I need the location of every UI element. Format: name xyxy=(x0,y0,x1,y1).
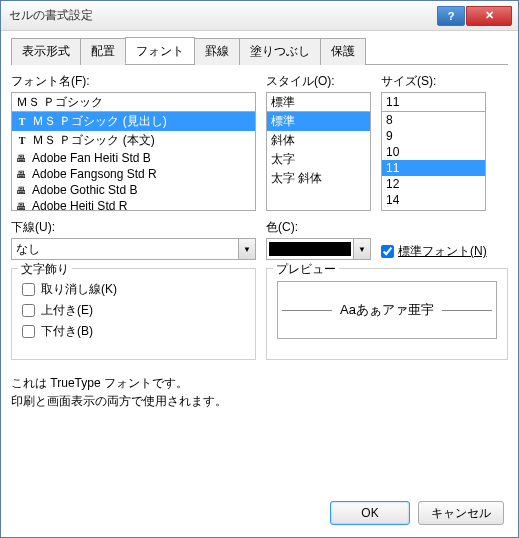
printer-font-icon: 🖶 xyxy=(16,185,28,196)
style-list[interactable]: 標準斜体太字太字 斜体 xyxy=(266,111,371,211)
standard-font-checkbox[interactable] xyxy=(381,245,394,258)
ok-button[interactable]: OK xyxy=(330,501,410,525)
list-item[interactable]: TＭＳ Ｐゴシック (見出し) xyxy=(12,112,255,131)
subscript-label: 下付き(B) xyxy=(41,323,93,340)
list-item[interactable]: 標準 xyxy=(267,112,370,131)
list-item[interactable]: 太字 斜体 xyxy=(267,169,370,188)
decoration-title: 文字飾り xyxy=(18,261,72,278)
preview-group: プレビュー Aaあぁアァ亜宇 xyxy=(266,268,508,360)
list-item[interactable]: 🖶Adobe Fangsong Std R xyxy=(12,166,255,182)
underline-combo[interactable]: なし ▼ xyxy=(11,238,256,260)
printer-font-icon: 🖶 xyxy=(16,153,28,164)
printer-font-icon: 🖶 xyxy=(16,169,28,180)
color-label: 色(C): xyxy=(266,219,371,236)
standard-font-label: 標準フォント(N) xyxy=(398,243,487,260)
preview-title: プレビュー xyxy=(273,261,339,278)
size-label: サイズ(S): xyxy=(381,73,486,90)
size-list[interactable]: 8910111214 xyxy=(381,111,486,211)
tab-0[interactable]: 表示形式 xyxy=(11,38,81,65)
list-item[interactable]: 9 xyxy=(382,128,485,144)
strikethrough-checkbox[interactable] xyxy=(22,283,35,296)
preview-box: Aaあぁアァ亜宇 xyxy=(277,281,497,339)
chevron-down-icon: ▼ xyxy=(238,239,255,259)
list-item[interactable]: 太字 xyxy=(267,150,370,169)
help-button[interactable]: ? xyxy=(437,6,465,26)
list-item[interactable]: 🖶Adobe Gothic Std B xyxy=(12,182,255,198)
size-input[interactable] xyxy=(381,92,486,112)
color-swatch xyxy=(269,242,351,256)
list-item[interactable]: 🖶Adobe Heiti Std R xyxy=(12,198,255,211)
list-item[interactable]: 8 xyxy=(382,112,485,128)
cancel-button[interactable]: キャンセル xyxy=(418,501,504,525)
style-label: スタイル(O): xyxy=(266,73,371,90)
truetype-icon: T xyxy=(16,135,28,146)
list-item[interactable]: 🖶Adobe Fan Heiti Std B xyxy=(12,150,255,166)
titlebar: セルの書式設定 ? ✕ xyxy=(1,1,518,31)
underline-label: 下線(U): xyxy=(11,219,256,236)
tab-2[interactable]: フォント xyxy=(125,37,195,64)
strikethrough-label: 取り消し線(K) xyxy=(41,281,117,298)
tab-1[interactable]: 配置 xyxy=(80,38,126,65)
chevron-down-icon: ▼ xyxy=(353,239,370,259)
style-input[interactable] xyxy=(266,92,371,112)
list-item[interactable]: 斜体 xyxy=(267,131,370,150)
tab-4[interactable]: 塗りつぶし xyxy=(239,38,321,65)
superscript-checkbox[interactable] xyxy=(22,304,35,317)
font-label: フォント名(F): xyxy=(11,73,256,90)
tab-3[interactable]: 罫線 xyxy=(194,38,240,65)
list-item[interactable]: TＭＳ Ｐゴシック (本文) xyxy=(12,131,255,150)
decoration-group: 文字飾り 取り消し線(K) 上付き(E) 下付き(B) xyxy=(11,268,256,360)
window-title: セルの書式設定 xyxy=(9,7,437,24)
printer-font-icon: 🖶 xyxy=(16,201,28,212)
truetype-icon: T xyxy=(16,116,28,127)
preview-text: Aaあぁアァ亜宇 xyxy=(336,301,438,319)
font-list[interactable]: TＭＳ Ｐゴシック (見出し)TＭＳ Ｐゴシック (本文)🖶Adobe Fan … xyxy=(11,111,256,211)
close-button[interactable]: ✕ xyxy=(466,6,512,26)
format-cells-dialog: セルの書式設定 ? ✕ 表示形式配置フォント罫線塗りつぶし保護 フォント名(F)… xyxy=(0,0,519,538)
tab-strip: 表示形式配置フォント罫線塗りつぶし保護 xyxy=(11,37,508,65)
underline-value: なし xyxy=(12,239,238,260)
list-item[interactable]: 12 xyxy=(382,176,485,192)
superscript-label: 上付き(E) xyxy=(41,302,93,319)
tab-5[interactable]: 保護 xyxy=(320,38,366,65)
font-name-input[interactable] xyxy=(11,92,256,112)
list-item[interactable]: 11 xyxy=(382,160,485,176)
list-item[interactable]: 14 xyxy=(382,192,485,208)
font-note: これは TrueType フォントです。 印刷と画面表示の両方で使用されます。 xyxy=(11,374,508,410)
color-combo[interactable]: ▼ xyxy=(266,238,371,260)
subscript-checkbox[interactable] xyxy=(22,325,35,338)
list-item[interactable]: 10 xyxy=(382,144,485,160)
